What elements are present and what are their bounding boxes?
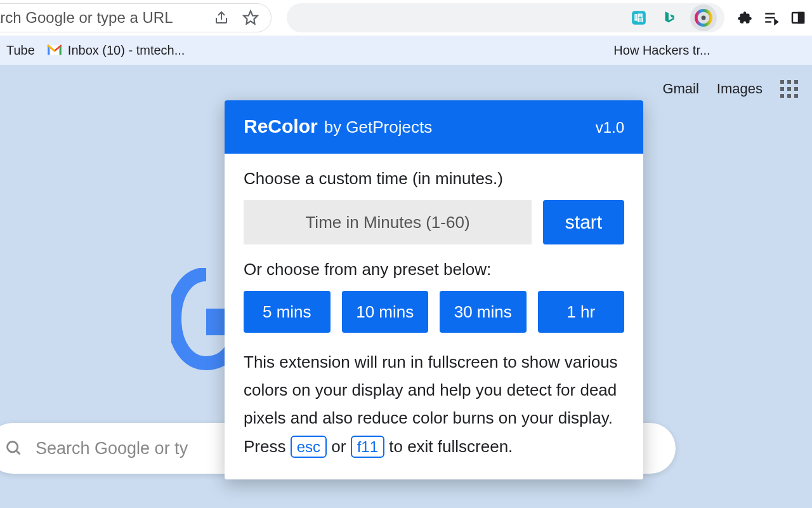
omnibox-placeholder: arch Google or type a URL	[0, 9, 213, 27]
kbd-esc: esc	[291, 436, 327, 458]
preset-30min-button[interactable]: 30 mins	[440, 291, 527, 333]
page-content: Gmail Images Search Google or ty ReColor…	[0, 65, 812, 508]
bookmark-label: Tube	[6, 43, 35, 58]
bookmark-label: Inbox (10) - tmtech...	[68, 43, 185, 58]
popup-header: ReColor by GetProjects v1.0	[225, 100, 643, 154]
apps-grid-icon[interactable]	[780, 80, 798, 98]
bookmark-hackers[interactable]: How Hackers tr...	[613, 43, 710, 58]
svg-marker-0	[244, 11, 258, 24]
recolor-popup: ReColor by GetProjects v1.0 Choose a cus…	[225, 100, 643, 479]
images-link[interactable]: Images	[717, 81, 763, 97]
extension-icon-1[interactable]: 唱	[629, 8, 648, 27]
extensions-puzzle-icon[interactable]	[736, 9, 754, 27]
kbd-f11: f11	[351, 436, 384, 458]
svg-rect-9	[799, 13, 804, 23]
share-icon[interactable]	[213, 9, 230, 27]
custom-time-label: Choose a custom time (in minutes.)	[244, 169, 624, 189]
gmail-link[interactable]: Gmail	[662, 81, 698, 97]
start-button[interactable]: start	[543, 200, 624, 244]
star-icon[interactable]	[242, 9, 259, 27]
svg-point-4	[702, 16, 706, 20]
search-icon	[5, 439, 23, 457]
omnibox[interactable]: arch Google or type a URL	[0, 3, 272, 32]
browser-toolbar: arch Google or type a URL 唱	[0, 0, 812, 36]
search-placeholder: Search Google or ty	[36, 439, 188, 458]
bookmark-inbox[interactable]: Inbox (10) - tmtech...	[46, 43, 185, 58]
popup-description: This extension will run in fullscreen to…	[244, 348, 624, 460]
popup-brand: ReColor	[244, 116, 318, 137]
bookmark-label: How Hackers tr...	[613, 43, 710, 58]
playlist-icon[interactable]	[763, 9, 780, 27]
popup-version: v1.0	[596, 119, 624, 137]
svg-line-11	[16, 451, 20, 455]
bing-icon[interactable]	[660, 8, 679, 27]
extensions-area: 唱	[287, 3, 724, 32]
toolbar-right-icons	[727, 9, 807, 27]
svg-text:唱: 唱	[634, 13, 643, 23]
recolor-extension-icon[interactable]	[690, 4, 717, 31]
time-input[interactable]	[244, 200, 532, 244]
preset-label: Or choose from any preset below:	[244, 260, 624, 279]
google-top-links: Gmail Images	[662, 80, 798, 98]
sidepanel-icon[interactable]	[789, 9, 807, 27]
bookmark-youtube[interactable]: Tube	[6, 43, 35, 58]
preset-1hr-button[interactable]: 1 hr	[538, 291, 625, 333]
preset-10min-button[interactable]: 10 mins	[342, 291, 429, 333]
preset-5min-button[interactable]: 5 mins	[244, 291, 331, 333]
popup-byline: by GetProjects	[324, 117, 433, 137]
bookmarks-bar: Tube Inbox (10) - tmtech... How Hackers …	[0, 36, 812, 65]
svg-point-10	[8, 442, 18, 452]
gmail-icon	[46, 44, 63, 57]
